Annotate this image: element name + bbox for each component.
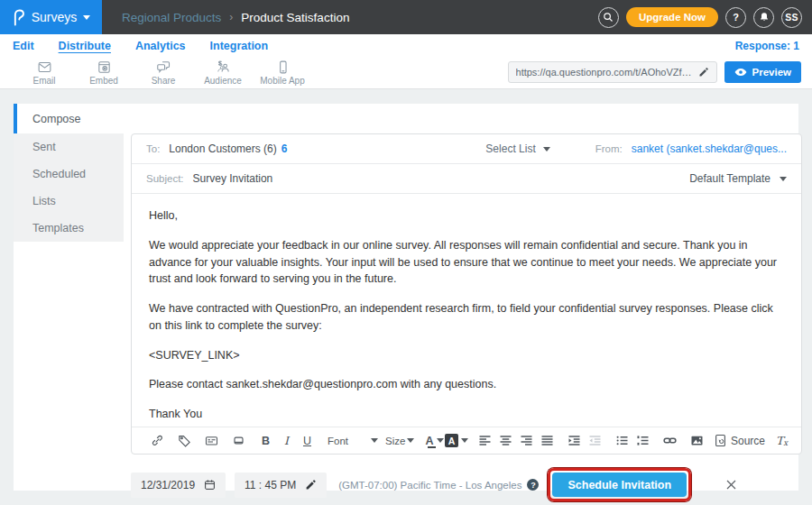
to-label: To:	[146, 143, 160, 154]
embed-icon	[97, 60, 112, 75]
tab-integration[interactable]: Integration	[210, 40, 269, 52]
align-center-button[interactable]	[495, 430, 516, 452]
insert-card-button[interactable]	[201, 430, 222, 452]
help-button[interactable]: ?	[725, 7, 746, 28]
calendar-icon[interactable]	[204, 479, 216, 491]
sidebar-item-templates[interactable]: Templates	[14, 215, 124, 242]
channel-email[interactable]: Email	[14, 60, 74, 86]
align-left-icon	[478, 434, 492, 447]
source-button[interactable]: Source	[714, 430, 765, 452]
align-justify-icon	[540, 434, 554, 447]
bold-button[interactable]: B	[255, 430, 276, 452]
notifications-button[interactable]	[753, 7, 774, 28]
numbered-list-icon	[636, 434, 650, 447]
channel-audience[interactable]: Audience	[193, 60, 253, 86]
channel-label: Audience	[204, 76, 242, 86]
channel-embed[interactable]: Embed	[74, 60, 134, 86]
subject-label: Subject:	[146, 173, 184, 184]
close-button[interactable]	[724, 478, 738, 491]
channel-label: Mobile App	[260, 76, 304, 86]
upgrade-now-button[interactable]: Upgrade Now	[626, 7, 718, 27]
template-dropdown[interactable]: Default Template	[689, 172, 787, 185]
sidebar-item-label: Scheduled	[32, 168, 86, 180]
body-paragraph: We would appreciate your feedback in our…	[149, 237, 784, 288]
tab-edit[interactable]: Edit	[13, 40, 34, 52]
align-justify-button[interactable]	[537, 430, 558, 452]
timezone-help-button[interactable]: ?	[527, 479, 539, 491]
compose-form: To: London Customers (6) 6 Select List F…	[131, 133, 802, 454]
sidebar-item-lists[interactable]: Lists	[14, 188, 124, 215]
email-sidebar: Compose Sent Scheduled Lists Templates	[14, 104, 124, 491]
insert-image-button[interactable]	[687, 430, 707, 452]
sidebar-item-sent[interactable]: Sent	[14, 133, 124, 161]
insert-survey-link-button[interactable]	[147, 430, 168, 452]
insert-button-widget[interactable]	[228, 430, 249, 452]
preview-button[interactable]: Preview	[724, 61, 801, 83]
numbered-list-button[interactable]	[632, 430, 653, 452]
breadcrumb: Regional Products › Product Satisfaction	[122, 11, 349, 24]
align-left-button[interactable]	[475, 430, 495, 452]
indent-button[interactable]	[564, 430, 585, 452]
to-row: To: London Customers (6) 6 Select List F…	[132, 134, 801, 164]
tab-analytics[interactable]: Analytics	[135, 40, 186, 52]
search-icon	[603, 12, 614, 23]
align-right-icon	[520, 434, 533, 447]
remove-format-button[interactable]: T x	[771, 430, 792, 452]
response-count: Response: 1	[735, 40, 799, 52]
time-value[interactable]: 11 : 45 PM	[245, 479, 296, 491]
underline-button[interactable]: U	[297, 430, 318, 452]
rich-text-toolbar: B I U Font Size A A	[132, 427, 801, 454]
source-document-icon	[714, 434, 727, 447]
subject-input[interactable]: Survey Invitation	[193, 172, 273, 185]
link-icon	[663, 434, 677, 447]
italic-button[interactable]: I	[276, 430, 297, 452]
eye-icon	[734, 68, 747, 77]
breadcrumb-parent[interactable]: Regional Products	[122, 11, 221, 24]
survey-url-value[interactable]: https://qa.questionpro.com/t/AOhoVZfqml	[516, 67, 693, 78]
schedule-bar: 12/31/2019 11 : 45 PM (GMT-07:00) Pacifi…	[131, 468, 802, 501]
text-color-button[interactable]: A	[424, 430, 445, 452]
user-avatar[interactable]: SS	[781, 7, 802, 28]
chevron-down-icon	[543, 147, 550, 152]
channel-mobile-app[interactable]: Mobile App	[253, 60, 312, 86]
text-color-glyph: A	[425, 435, 433, 447]
sidebar-item-compose[interactable]: Compose	[14, 104, 124, 133]
edit-pencil-icon[interactable]	[698, 67, 709, 78]
sidebar-item-label: Sent	[32, 141, 56, 153]
align-right-button[interactable]	[516, 430, 537, 452]
font-size-dropdown[interactable]: Size	[382, 430, 418, 452]
channel-share[interactable]: Share	[134, 60, 193, 86]
date-value[interactable]: 12/31/2019	[141, 479, 195, 491]
template-label: Default Template	[689, 172, 770, 185]
insert-tag-button[interactable]	[174, 430, 195, 452]
chain-link-icon	[151, 434, 164, 447]
channel-label: Embed	[89, 76, 118, 86]
to-recipient-list[interactable]: London Customers (6)	[169, 142, 276, 155]
schedule-invitation-button[interactable]: Schedule Invitation	[552, 473, 687, 497]
bg-color-glyph: A	[445, 434, 458, 447]
time-picker[interactable]: 11 : 45 PM	[235, 473, 327, 498]
insert-link-button[interactable]	[660, 430, 680, 452]
top-header: Surveys Regional Products › Product Sati…	[0, 0, 812, 34]
tab-distribute[interactable]: Distribute	[59, 40, 111, 52]
background-color-button[interactable]: A	[445, 430, 468, 452]
bullet-list-button[interactable]	[612, 430, 632, 452]
surveys-product-menu[interactable]: Surveys	[0, 0, 102, 34]
outdent-button[interactable]	[585, 430, 605, 452]
sidebar-item-scheduled[interactable]: Scheduled	[14, 161, 124, 188]
body-paragraph: Thank You	[149, 406, 784, 423]
survey-url-field[interactable]: https://qa.questionpro.com/t/AOhoVZfqml	[508, 61, 717, 83]
product-label: Surveys	[32, 10, 78, 24]
channel-label: Email	[32, 76, 55, 86]
date-picker[interactable]: 12/31/2019	[131, 473, 226, 498]
search-button[interactable]	[598, 7, 619, 28]
annotation-highlight: Schedule Invitation	[548, 468, 691, 501]
chevron-down-icon	[407, 438, 414, 443]
select-list-dropdown[interactable]: Select List	[485, 142, 549, 155]
edit-pencil-icon[interactable]	[305, 479, 317, 491]
email-body-editor[interactable]: Hello, We would appreciate your feedback…	[132, 194, 801, 427]
from-sender-value[interactable]: sanket (sanket.shekdar@ques...	[632, 142, 787, 155]
font-family-dropdown[interactable]: Font	[324, 430, 382, 452]
timezone-label: (GMT-07:00) Pacific Time - Los Angeles	[338, 480, 521, 491]
chevron-down-icon	[780, 177, 787, 181]
